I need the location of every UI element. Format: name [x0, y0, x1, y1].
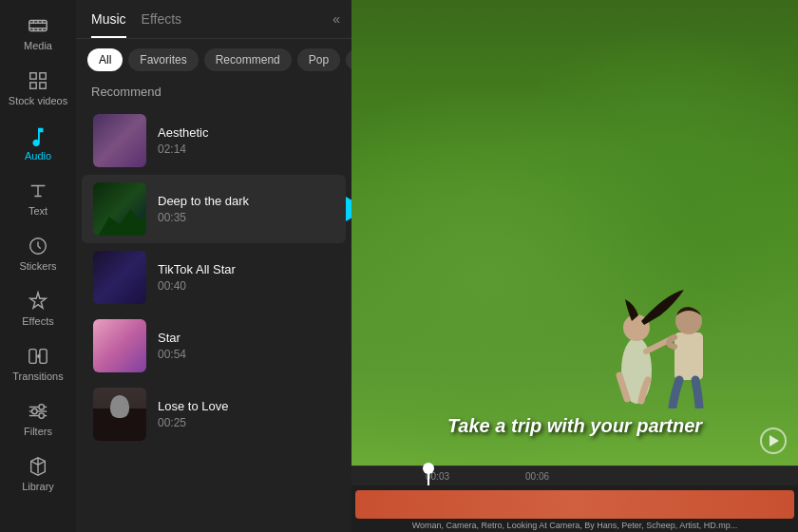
svg-rect-11 — [30, 83, 36, 88]
sidebar-item-stock-label: Stock videos — [9, 95, 67, 106]
svg-rect-12 — [40, 83, 46, 88]
track-duration: 00:54 — [158, 348, 334, 361]
couple-figures — [570, 247, 760, 408]
music-track-item[interactable]: TikTok All Star 00:40 — [82, 243, 346, 312]
music-track-item[interactable]: Star 00:54 — [82, 312, 346, 380]
track-info: Star 00:54 — [158, 331, 334, 361]
sidebar-item-effects[interactable]: Effects — [4, 283, 72, 334]
track-title: Deep to the dark — [158, 194, 334, 208]
video-play-button[interactable] — [760, 428, 787, 454]
track-duration: 00:35 — [158, 211, 334, 224]
filters-icon — [28, 401, 48, 422]
svg-point-18 — [39, 413, 44, 419]
sidebar: Media Stock videos Audio Text Stickers — [0, 0, 76, 532]
track-thumbnail — [93, 388, 146, 441]
filter-recommend-button[interactable]: Recommend — [204, 48, 292, 71]
track-info: TikTok All Star 00:40 — [158, 262, 334, 293]
track-duration: 02:14 — [158, 142, 334, 156]
track-title: Aesthetic — [158, 125, 334, 140]
timeline: 00:03 00:06 Woman, Camera, Retro, Lookin… — [352, 466, 798, 532]
filter-all-button[interactable]: All — [87, 48, 123, 71]
sidebar-item-transitions-label: Transitions — [12, 370, 63, 382]
track-info: Deep to the dark 00:35 — [158, 194, 334, 224]
video-preview[interactable]: Take a trip with your partner — [352, 0, 798, 466]
track-thumbnail — [93, 182, 146, 236]
text-icon — [28, 180, 48, 201]
main-content: Take a trip with your partner 00:03 00:0… — [352, 0, 798, 532]
track-title: Star — [158, 331, 334, 345]
panel-tabs: Music Effects « — [76, 0, 352, 39]
track-info: Aesthetic 02:14 — [158, 125, 334, 156]
sidebar-item-stock-videos[interactable]: Stock videos — [4, 63, 72, 114]
collapse-button[interactable]: « — [332, 11, 340, 27]
sidebar-item-audio-label: Audio — [25, 150, 51, 162]
svg-point-16 — [32, 408, 38, 414]
timeline-playhead[interactable] — [428, 466, 429, 485]
track-title: Lose to Love — [158, 399, 334, 413]
music-track-item[interactable]: Lose to Love 00:25 — [82, 380, 346, 448]
video-subtitle: Take a trip with your partner — [447, 415, 702, 437]
film-icon — [28, 15, 48, 36]
svg-rect-27 — [674, 332, 703, 380]
sidebar-item-library-label: Library — [22, 481, 54, 492]
sidebar-item-transitions[interactable]: Transitions — [4, 338, 72, 390]
track-title: TikTok All Star — [158, 262, 334, 276]
music-track-item[interactable]: Aesthetic 02:14 — [82, 106, 346, 175]
sidebar-item-media-label: Media — [24, 40, 52, 51]
svg-rect-14 — [29, 350, 36, 364]
grid-icon — [28, 70, 48, 91]
filter-pop-button[interactable]: Pop — [297, 48, 340, 71]
svg-rect-10 — [40, 73, 46, 79]
sidebar-item-media[interactable]: Media — [4, 8, 72, 59]
sidebar-item-effects-label: Effects — [22, 315, 53, 327]
section-recommend-label: Recommend — [76, 81, 352, 106]
track-duration: 00:25 — [158, 416, 334, 429]
tab-music[interactable]: Music — [91, 11, 126, 38]
transitions-icon — [28, 346, 48, 367]
video-background: Take a trip with your partner — [352, 0, 798, 466]
track-duration: 00:40 — [158, 279, 334, 293]
svg-rect-15 — [40, 350, 47, 364]
tab-effects[interactable]: Effects — [142, 11, 182, 38]
audio-panel: Music Effects « All Favorites Recommend … — [76, 0, 352, 532]
track-thumbnail — [93, 319, 146, 372]
filter-bar: All Favorites Recommend Pop — [76, 39, 352, 81]
timeline-clip — [355, 490, 794, 519]
track-info: Lose to Love 00:25 — [158, 399, 334, 429]
sidebar-item-audio[interactable]: Audio — [4, 118, 72, 169]
svg-rect-9 — [30, 73, 36, 79]
sidebar-item-stickers-label: Stickers — [19, 260, 56, 272]
filter-favorites-button[interactable]: Favorites — [128, 48, 198, 71]
sidebar-item-text[interactable]: Text — [4, 173, 72, 224]
sidebar-item-library[interactable]: Library — [4, 448, 72, 500]
music-note-icon — [28, 125, 48, 146]
track-thumbnail — [93, 251, 146, 304]
sidebar-item-filters-label: Filters — [24, 426, 52, 437]
music-track-item[interactable]: Deep to the dark 00:35 — [82, 175, 346, 243]
sidebar-item-stickers[interactable]: Stickers — [4, 228, 72, 279]
sparkle-icon — [28, 291, 48, 312]
svg-point-17 — [39, 405, 44, 410]
timeline-clip-meta: Woman, Camera, Retro, Looking At Camera,… — [412, 521, 737, 530]
sidebar-item-text-label: Text — [28, 205, 48, 217]
library-icon — [28, 456, 48, 477]
music-track-list: Aesthetic 02:14 Deep to the dark 00:35 T… — [76, 106, 352, 532]
timeline-ruler: 00:03 00:06 — [352, 466, 798, 485]
timeline-track[interactable]: Woman, Camera, Retro, Looking At Camera,… — [352, 485, 798, 532]
track-thumbnail — [93, 114, 146, 167]
stickers-icon — [28, 236, 48, 256]
sidebar-item-filters[interactable]: Filters — [4, 393, 72, 445]
timeline-marker-2: 00:06 — [525, 471, 549, 482]
